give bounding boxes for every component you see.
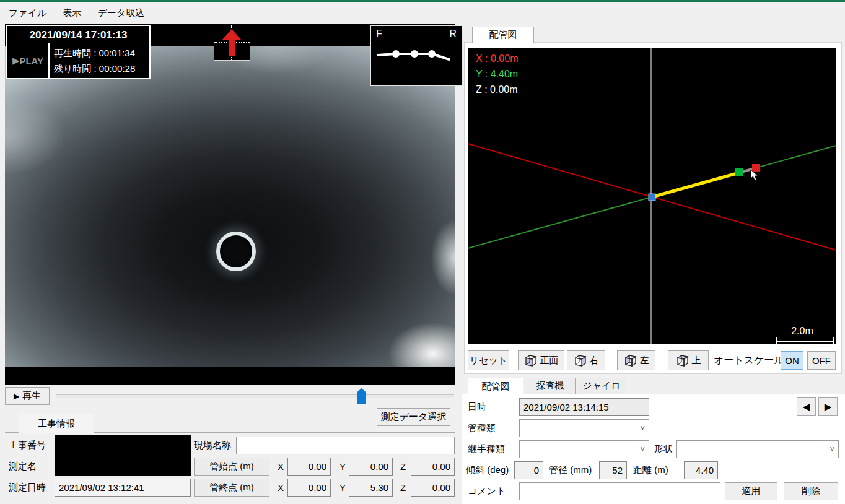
menu-view[interactable]: 表示 (63, 7, 81, 19)
autoscale-label: オートスケール (714, 350, 784, 370)
video-viewport: 2021/09/14 17:01:13 ▶PLAY 再生時間 : 00:01:3… (5, 24, 455, 385)
pipe-end-button[interactable]: 管終点 (m) (194, 479, 269, 497)
coord-x-readout: X : 0.00m (476, 53, 518, 64)
play-icon: ▶ (12, 55, 20, 66)
start-y-field[interactable]: 0.00 (349, 458, 393, 476)
pipe-3d-canvas[interactable]: X : 0.00m Y : 4.40m Z : 0.00m 2.0m (468, 48, 836, 344)
pipe-3d-scene (468, 48, 836, 344)
seek-slider-thumb[interactable] (357, 388, 366, 404)
tab-project-info-label: 工事情報 (38, 418, 75, 430)
tab-pipe-diagram-top[interactable]: 配管図 (472, 27, 534, 43)
autoscale-on-label: ON (785, 355, 799, 366)
select-measurement-data-button[interactable]: 測定データ選択 (377, 408, 450, 426)
tab-pipe-diagram-top-label: 配管図 (489, 29, 517, 41)
end-z-label: Z (400, 479, 406, 497)
view-left-button[interactable]: 左 (617, 350, 655, 370)
reset-view-button[interactable]: リセット (468, 350, 509, 370)
diameter-label: 管径 (mm) (549, 461, 592, 479)
incline-value: 0 (534, 465, 539, 476)
reset-view-label: リセット (470, 355, 507, 367)
pipe-end-label: 管終点 (m) (209, 482, 254, 493)
shape-select[interactable]: ˅ (676, 440, 839, 458)
apply-button-label: 適用 (742, 485, 761, 497)
play-status-label: PLAY (19, 56, 43, 66)
tab-pipe-diagram[interactable]: 配管図 (468, 378, 523, 394)
pipe-start-label: 管始点 (m) (209, 461, 254, 472)
tab-project-info[interactable]: 工事情報 (19, 414, 94, 433)
cube-front-icon (524, 353, 538, 368)
measurement-name-label: 測定名 (9, 458, 37, 476)
start-y-value: 0.00 (370, 461, 388, 472)
play-button-label: 再生 (22, 390, 41, 402)
comment-label: コメント (468, 482, 506, 500)
chevron-down-icon: ˅ (830, 445, 834, 454)
view-top-label: 上 (692, 355, 701, 367)
site-name-field[interactable] (236, 437, 455, 454)
end-y-field[interactable]: 5.30 (349, 479, 393, 497)
measurement-datetime-field[interactable]: 2021/09/02 13:12:41 (55, 479, 191, 497)
autoscale-off-button[interactable]: OFF (807, 351, 836, 370)
select-measurement-data-label: 測定データ選択 (381, 411, 447, 423)
apply-button[interactable]: 適用 (725, 482, 777, 500)
autoscale-off-label: OFF (812, 355, 831, 366)
end-x-value: 0.00 (309, 482, 326, 493)
video-timestamp: 2021/09/14 17:01:13 (30, 29, 128, 41)
tab-gyro[interactable]: ジャイロ (577, 378, 626, 394)
cube-right-icon (574, 353, 587, 368)
next-record-button[interactable]: ▶ (818, 397, 838, 416)
start-x-value: 0.00 (309, 461, 326, 472)
view-right-label: 右 (590, 355, 599, 367)
diameter-field[interactable]: 52 (599, 461, 627, 479)
diameter-value: 52 (612, 465, 623, 476)
end-z-field[interactable]: 0.00 (411, 479, 455, 497)
distance-field[interactable]: 4.40 (684, 461, 718, 479)
view-top-button[interactable]: 上 (668, 350, 709, 370)
chevron-down-icon: ˅ (640, 445, 645, 454)
site-name-label: 現場名称 (194, 437, 231, 454)
end-y-value: 5.30 (370, 482, 388, 493)
start-y-label: Y (339, 458, 346, 476)
up-arrow-icon (214, 25, 250, 60)
pipe-camera-frame (5, 46, 455, 367)
menu-data-import[interactable]: データ取込 (97, 7, 144, 19)
play-status: ▶PLAY (7, 43, 50, 78)
measurement-datetime-label: 測定日時 (9, 479, 46, 497)
autoscale-on-button[interactable]: ON (781, 351, 803, 370)
tab-probe[interactable]: 探査機 (525, 378, 576, 394)
start-z-field[interactable]: 0.00 (411, 458, 455, 476)
end-y-label: Y (339, 479, 346, 497)
construction-number-redacted (55, 435, 191, 476)
delete-button[interactable]: 削除 (784, 482, 838, 500)
play-button[interactable]: ▶ 再生 (5, 387, 50, 405)
datetime-field[interactable]: 2021/09/02 13:14:15 (519, 398, 649, 416)
heading-indicator (214, 25, 250, 61)
playback-status-overlay: ▶PLAY 再生時間 : 00:01:34 残り時間 : 00:00:28 (6, 43, 151, 79)
end-x-field[interactable]: 0.00 (287, 479, 331, 497)
joint-type-select[interactable]: ˅ (519, 440, 649, 458)
pipe-type-label: 管種類 (468, 419, 496, 437)
view-front-button[interactable]: 正面 (518, 350, 564, 370)
menu-file[interactable]: ファイル (9, 7, 46, 19)
datetime-value: 2021/09/02 13:14:15 (523, 402, 609, 412)
incline-label: 傾斜 (deg) (466, 461, 509, 479)
incline-field[interactable]: 0 (514, 461, 543, 479)
elapsed-time: 再生時間 : 00:01:34 (54, 45, 149, 61)
video-timestamp-overlay: 2021/09/14 17:01:13 (6, 25, 151, 46)
chevron-down-icon: ˅ (640, 424, 645, 433)
end-z-value: 0.00 (432, 482, 450, 493)
seek-slider-track[interactable] (56, 394, 454, 398)
comment-field[interactable] (519, 482, 720, 500)
start-z-label: Z (400, 458, 406, 476)
triangle-right-icon: ▶ (825, 401, 832, 412)
prev-record-button[interactable]: ◀ (797, 397, 816, 416)
end-x-label: X (278, 479, 284, 497)
datetime-label: 日時 (468, 398, 486, 416)
pipe-start-button[interactable]: 管始点 (m) (194, 458, 269, 476)
time-info: 再生時間 : 00:01:34 残り時間 : 00:00:28 (50, 43, 149, 78)
joint-type-label: 継手種類 (468, 440, 505, 458)
pipe-type-select[interactable]: ˅ (519, 419, 649, 437)
view-right-button[interactable]: 右 (567, 350, 605, 370)
start-x-field[interactable]: 0.00 (287, 458, 331, 476)
view-left-label: 左 (640, 355, 649, 367)
delete-button-label: 削除 (802, 485, 820, 497)
